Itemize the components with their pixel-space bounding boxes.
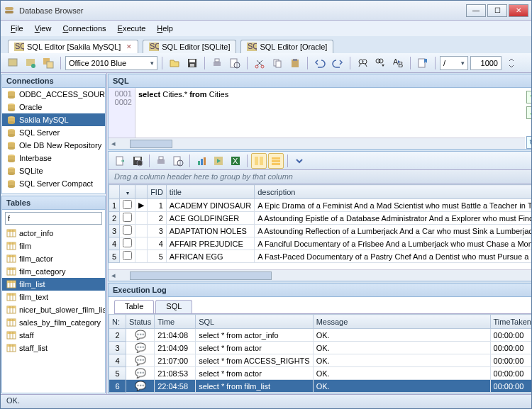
tab-sqlite[interactable]: SQL SQL Editor [SQLite] [143,40,236,53]
table-item[interactable]: nicer_but_slower_film_list [2,303,105,316]
tables-filter-input[interactable] [5,212,102,225]
row-checkbox[interactable] [123,238,132,247]
expand-button[interactable] [292,153,307,169]
close-button[interactable]: ✕ [509,4,528,17]
column-view-button[interactable] [251,153,267,169]
save-results-button[interactable] [130,153,145,169]
connection-item[interactable]: Oracle [2,101,105,113]
copy-button[interactable] [270,55,285,71]
log-row[interactable]: 6💬22:04:58select * from film_listOK.00:0… [109,380,533,393]
col-fid[interactable]: FID [148,185,167,199]
table-item[interactable]: film [2,240,105,252]
log-col-sql[interactable]: SQL [196,315,314,329]
refresh-sql-button[interactable]: ↻ [526,136,532,149]
connection-item[interactable]: SQL Server Compact [2,177,105,190]
connection-item[interactable]: SQL Server [2,126,105,139]
subwindow-button[interactable] [40,55,56,71]
log-row[interactable]: 5💬21:08:53select * from actorOK.00:00:00 [109,367,533,380]
table-item[interactable]: film_list [2,278,105,291]
limit-input[interactable] [470,56,501,70]
row-checkbox[interactable] [123,225,132,235]
col-ptr[interactable] [135,185,148,199]
group-by-hint[interactable]: Drag a column header here to group by th… [109,170,532,184]
log-tab-sql[interactable]: SQL [155,300,192,313]
replace-button[interactable]: AB [390,55,406,71]
col-title[interactable]: title [166,185,254,199]
row-checkbox[interactable] [123,251,132,260]
table-row[interactable]: 33ADAPTATION HOLESA Astounding Reflectio… [109,225,533,237]
log-col-time[interactable]: Time [155,315,196,329]
table-item[interactable]: staff [2,329,105,342]
theme-combo[interactable]: Office 2010 Blue [65,56,157,70]
menu-view[interactable]: View [31,23,56,34]
minimize-button[interactable]: — [466,4,486,17]
refresh-connection-button[interactable] [23,55,38,71]
bookmark-button[interactable] [415,55,431,71]
tab-sakila[interactable]: SQL SQL Editor [Sakila MySQL] ✕ [8,40,138,53]
prev-sql-button[interactable]: ⬆ [526,91,532,103]
table-item[interactable]: film_text [2,291,105,303]
table-item[interactable]: film_category [2,265,105,278]
chart-button[interactable] [194,153,209,169]
print-preview-button[interactable] [227,55,243,71]
table-row[interactable]: 55AFRICAN EGGA Fast-Paced Documentary of… [109,250,533,263]
maximize-button[interactable]: ☐ [487,4,507,17]
print-grid-button[interactable] [153,153,169,169]
table-item[interactable]: sales_by_film_category [2,316,105,329]
row-checkbox[interactable] [123,213,132,222]
log-row[interactable]: 2💬21:04:08select * from actor_infoOK.00:… [109,329,533,342]
sql-hscrollbar[interactable]: ◂ [109,138,525,149]
find-button[interactable] [355,55,370,71]
next-record-button[interactable] [211,153,226,169]
col-rownum[interactable] [109,185,120,199]
separator-combo[interactable]: / [440,56,468,70]
table-row[interactable]: 22ACE GOLDFINGERA Astounding Epistle of … [109,212,533,225]
connection-item[interactable]: Sakila MySQL [2,113,105,126]
cut-button[interactable] [252,55,267,71]
redo-button[interactable] [330,55,345,71]
log-col-status[interactable]: Status [126,315,155,329]
print-button[interactable] [209,55,225,71]
next-sql-button[interactable]: ⬇ [526,106,532,119]
col-description[interactable]: description [255,185,532,199]
log-col-n[interactable]: N: [109,315,126,329]
tab-close-icon[interactable]: ✕ [126,43,132,50]
undo-button[interactable] [312,55,328,71]
table-item[interactable]: staff_list [2,342,105,354]
log-row[interactable]: 3💬21:04:09select * from actorOK.00:00:00 [109,342,533,354]
new-connection-button[interactable] [5,55,21,71]
connection-item[interactable]: Interbase [2,152,105,164]
table-row[interactable]: 1▶1ACADEMY DINOSAURA Epic Drama of a Fem… [109,199,533,212]
connection-item[interactable]: SQLite [2,164,105,177]
row-view-button[interactable] [268,153,284,169]
log-col-message[interactable]: Message [313,315,490,329]
log-row[interactable]: 4💬21:07:00select * from ACCESS_RIGHTSOK.… [109,354,533,367]
table-row[interactable]: 44AFFAIR PREJUDICEA Fanciful Documentary… [109,237,533,250]
paste-button[interactable] [287,55,303,71]
log-grid[interactable]: N: Status Time SQL Message TimeTaken 2💬2… [109,314,532,393]
svg-rect-76 [7,281,16,283]
log-tab-table[interactable]: Table [114,300,154,313]
menu-execute[interactable]: Execute [113,23,150,34]
menu-file[interactable]: File [6,23,28,34]
menu-connections[interactable]: Connections [58,23,110,34]
connection-item[interactable]: Ole DB New Repository [2,139,105,152]
table-item[interactable]: film_actor [2,252,105,265]
spinner-button[interactable] [504,55,519,71]
find-next-button[interactable] [372,55,388,71]
table-item[interactable]: actor_info [2,227,105,240]
log-col-timetaken[interactable]: TimeTaken [490,315,532,329]
tab-oracle[interactable]: SQL SQL Editor [Oracle] [240,40,333,53]
excel-button[interactable]: X [228,153,243,169]
results-grid[interactable]: ▾ FID title description 1▶1ACADEMY DINOS… [109,184,532,269]
preview-grid-button[interactable] [170,153,186,169]
grid-hscrollbar[interactable]: ◂ [109,269,532,281]
col-check[interactable]: ▾ [120,185,135,199]
row-checkbox[interactable] [123,200,132,209]
save-button[interactable] [184,55,200,71]
menu-help[interactable]: Help [153,23,177,34]
sql-editor[interactable]: select Cities.* from Cities [135,88,525,138]
open-button[interactable] [167,55,182,71]
connection-item[interactable]: ODBC_ACCESS_SOURCE [2,88,105,101]
export-button[interactable] [113,153,128,169]
